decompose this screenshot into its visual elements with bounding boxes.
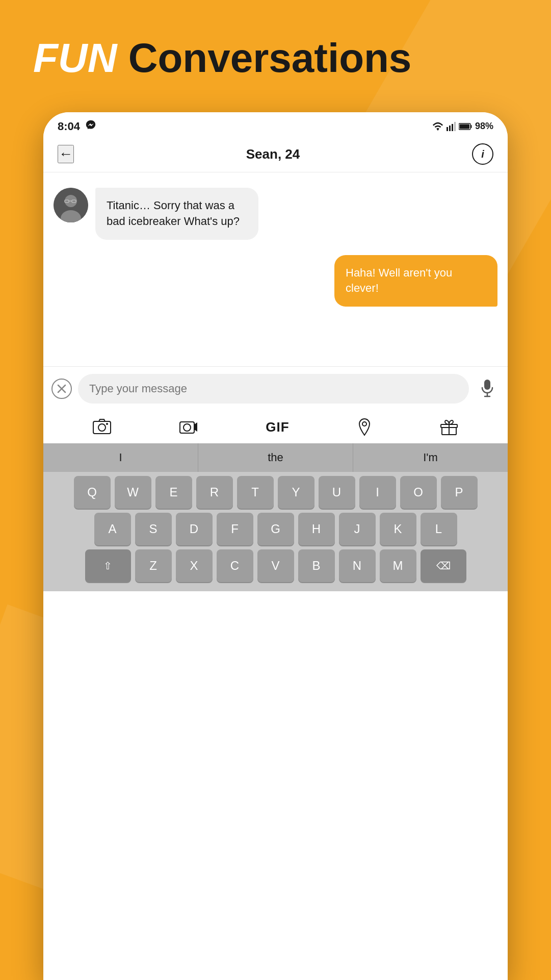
messenger-icon: [85, 119, 96, 133]
keyboard-row-1: Q W E R T Y U I O P: [46, 476, 505, 509]
message-row-incoming: Titanic… Sorry that was a bad icebreaker…: [54, 188, 497, 240]
svg-rect-18: [93, 421, 111, 434]
key-d[interactable]: D: [176, 513, 213, 545]
key-h[interactable]: H: [298, 513, 335, 545]
key-x[interactable]: X: [176, 549, 213, 582]
key-u[interactable]: U: [319, 476, 355, 509]
nav-bar: ← Sean, 24 i: [43, 138, 508, 172]
keyboard: Q W E R T Y U I O P A S D F G H J K L ⇧ …: [43, 472, 508, 591]
key-w[interactable]: W: [115, 476, 151, 509]
svg-rect-2: [452, 124, 453, 131]
signal-icon: [447, 122, 456, 131]
key-t[interactable]: T: [237, 476, 274, 509]
incoming-message-text: Titanic… Sorry that was a bad icebreaker…: [107, 199, 240, 228]
camera-button[interactable]: [179, 419, 198, 435]
svg-rect-15: [484, 380, 490, 390]
wifi-icon: [432, 122, 443, 131]
keyboard-row-3: ⇧ Z X C V B N M ⌫: [46, 549, 505, 582]
battery-icon: [459, 123, 472, 130]
key-j[interactable]: J: [339, 513, 376, 545]
outgoing-message-text: Haha! Well aren't you clever!: [346, 266, 452, 295]
key-s[interactable]: S: [135, 513, 172, 545]
key-n[interactable]: N: [339, 549, 376, 582]
title-fun: FUN: [33, 35, 117, 81]
location-button[interactable]: [357, 418, 372, 436]
key-f[interactable]: F: [217, 513, 253, 545]
chat-area: Titanic… Sorry that was a bad icebreaker…: [43, 172, 508, 366]
toolbar: GIF: [43, 411, 508, 443]
gif-button[interactable]: GIF: [266, 419, 289, 435]
autocomplete-item-3[interactable]: I'm: [353, 443, 508, 472]
photo-button[interactable]: [93, 419, 111, 435]
key-b[interactable]: B: [298, 549, 335, 582]
svg-point-20: [106, 423, 108, 425]
keyboard-row-2: A S D F G H J K L: [46, 513, 505, 545]
svg-rect-1: [449, 125, 451, 131]
info-button[interactable]: i: [472, 143, 493, 165]
svg-point-23: [362, 422, 366, 426]
autocomplete-item-1[interactable]: I: [43, 443, 198, 472]
svg-point-22: [183, 424, 191, 431]
back-button[interactable]: ←: [58, 145, 74, 163]
page-header: FUN Conversations: [33, 36, 518, 81]
key-l[interactable]: L: [421, 513, 457, 545]
svg-rect-6: [470, 125, 471, 128]
message-row-outgoing: Haha! Well aren't you clever!: [54, 255, 497, 307]
message-input[interactable]: [78, 374, 469, 404]
autocomplete-item-2[interactable]: the: [198, 443, 353, 472]
title-rest: Conversations: [117, 35, 411, 81]
gift-button[interactable]: [440, 418, 458, 436]
avatar: [54, 188, 88, 222]
key-p[interactable]: P: [441, 476, 478, 509]
status-bar: 8:04 9: [43, 112, 508, 138]
key-o[interactable]: O: [400, 476, 437, 509]
key-delete[interactable]: ⌫: [421, 549, 466, 582]
phone-mockup: 8:04 9: [43, 112, 508, 980]
svg-rect-3: [454, 122, 456, 131]
svg-point-19: [98, 424, 106, 431]
incoming-bubble: Titanic… Sorry that was a bad icebreaker…: [95, 188, 258, 240]
outgoing-bubble: Haha! Well aren't you clever!: [334, 255, 497, 307]
chat-title: Sean, 24: [246, 146, 300, 162]
key-z[interactable]: Z: [135, 549, 172, 582]
svg-rect-0: [447, 127, 448, 131]
key-q[interactable]: Q: [74, 476, 111, 509]
key-c[interactable]: C: [217, 549, 253, 582]
key-e[interactable]: E: [155, 476, 192, 509]
svg-rect-5: [459, 124, 469, 129]
key-r[interactable]: R: [196, 476, 233, 509]
key-i[interactable]: I: [359, 476, 396, 509]
mic-button[interactable]: [475, 376, 500, 401]
autocomplete-bar: I the I'm: [43, 443, 508, 472]
key-g[interactable]: G: [257, 513, 294, 545]
close-button[interactable]: [51, 379, 72, 399]
key-shift[interactable]: ⇧: [85, 549, 131, 582]
input-area: [43, 366, 508, 411]
page-title: FUN Conversations: [33, 36, 518, 81]
status-right-icons: 98%: [432, 121, 493, 132]
key-v[interactable]: V: [257, 549, 294, 582]
status-time: 8:04: [58, 120, 80, 133]
key-m[interactable]: M: [380, 549, 416, 582]
key-y[interactable]: Y: [278, 476, 314, 509]
key-k[interactable]: K: [380, 513, 416, 545]
battery-percent: 98%: [475, 121, 493, 132]
key-a[interactable]: A: [94, 513, 131, 545]
